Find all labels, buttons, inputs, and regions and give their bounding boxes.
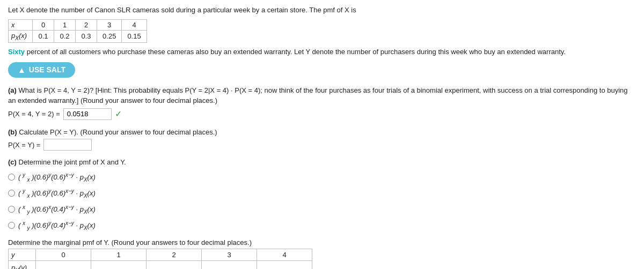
part-a: (a) What is P(X = 4, Y = 2)? [Hint: This… xyxy=(8,85,636,121)
pmf-x-1: 1 xyxy=(54,20,76,31)
part-b: (b) Calculate P(X = Y). (Round your answ… xyxy=(8,127,636,151)
pmf-val-4: 0.15 xyxy=(122,31,147,43)
marginal-table: y 0 1 2 3 4 pY(y) xyxy=(8,249,312,269)
marginal-val-4-input[interactable] xyxy=(266,263,303,269)
pmf-x-4: 4 xyxy=(122,20,147,31)
part-b-question: (b) Calculate P(X = Y). (Round your answ… xyxy=(8,127,636,138)
part-a-label: (a) xyxy=(8,86,17,94)
part-a-input[interactable] xyxy=(63,108,112,120)
option-1-text: ( y x )(0.6)y(0.6)x−y · pX(x) xyxy=(18,171,96,184)
part-b-input[interactable] xyxy=(43,139,92,151)
option-3[interactable]: ( x y )(0.6)x(0.4)x−y · pX(x) xyxy=(8,203,636,216)
marginal-input-4[interactable] xyxy=(257,260,312,269)
sixty-description: Sixty percent of all customers who purch… xyxy=(8,47,636,57)
marginal-val-2-input[interactable] xyxy=(155,263,193,269)
part-b-eq-label: P(X = Y) = xyxy=(8,140,40,151)
radio-4[interactable] xyxy=(8,222,15,229)
use-salt-button[interactable]: ▲ USE SALT xyxy=(8,62,75,78)
sixty-rest: percent of all customers who purchase th… xyxy=(27,48,566,56)
marginal-col-1: 1 xyxy=(91,249,147,260)
part-b-label: (b) xyxy=(8,128,17,136)
radio-2[interactable] xyxy=(8,190,15,197)
pmf-val-1: 0.2 xyxy=(54,31,76,43)
option-2[interactable]: ( y x )(0.6)y(0.6)x−y · pX(x) xyxy=(8,187,636,200)
marginal-input-1[interactable] xyxy=(91,260,147,269)
pmf-val-3: 0.25 xyxy=(97,31,122,43)
part-c-question: (c) Determine the joint pmf of X and Y. xyxy=(8,157,636,168)
pmf-x-3: 3 xyxy=(97,20,122,31)
option-4-text: ( x y )(0.6)y(0.4)x−y · pX(x) xyxy=(18,219,96,232)
intro-text: Let X denote the number of Canon SLR cam… xyxy=(8,5,636,15)
marginal-val-3-input[interactable] xyxy=(210,263,248,269)
pmf-val-0: 0.1 xyxy=(33,31,54,43)
marginal-val-0-input[interactable] xyxy=(45,263,82,269)
marginal-input-2[interactable] xyxy=(147,260,202,269)
option-3-text: ( x y )(0.6)x(0.4)x−y · pX(x) xyxy=(18,203,96,216)
pmf-x-2: 2 xyxy=(76,20,97,31)
use-salt-label: USE SALT xyxy=(29,65,65,74)
option-1[interactable]: ( y x )(0.6)y(0.6)x−y · pX(x) xyxy=(8,171,636,184)
marginal-col-4: 4 xyxy=(257,249,312,260)
pmf-px-label: pX(x) xyxy=(9,31,33,43)
radio-options: ( y x )(0.6)y(0.6)x−y · pX(x) ( y x )(0.… xyxy=(8,171,636,232)
marginal-col-2: 2 xyxy=(147,249,202,260)
option-2-text: ( y x )(0.6)y(0.6)x−y · pX(x) xyxy=(18,187,96,200)
option-4[interactable]: ( x y )(0.6)y(0.4)x−y · pX(x) xyxy=(8,219,636,232)
marginal-py-label: pY(y) xyxy=(9,260,36,269)
salt-icon: ▲ xyxy=(18,65,26,74)
marginal-y-header: y xyxy=(9,249,36,260)
part-a-answer-row: P(X = 4, Y = 2) = ✓ xyxy=(8,108,636,121)
part-a-question: (a) What is P(X = 4, Y = 2)? [Hint: This… xyxy=(8,85,636,106)
sixty-word: Sixty xyxy=(8,48,25,56)
marginal-label: Determine the marginal pmf of Y. (Round … xyxy=(8,238,636,246)
marginal-col-3: 3 xyxy=(202,249,257,260)
part-c-label: (c) xyxy=(8,158,17,166)
part-c: (c) Determine the joint pmf of X and Y. … xyxy=(8,157,636,231)
marginal-val-1-input[interactable] xyxy=(100,263,137,269)
pmf-x-0: 0 xyxy=(33,20,54,31)
part-a-check: ✓ xyxy=(115,108,122,121)
marginal-col-0: 0 xyxy=(36,249,91,260)
pmf-x-header: x xyxy=(9,20,33,31)
pmf-table: x 0 1 2 3 4 pX(x) 0.1 0.2 0.3 0.25 0.15 xyxy=(8,19,147,43)
marginal-input-3[interactable] xyxy=(202,260,257,269)
pmf-val-2: 0.3 xyxy=(76,31,97,43)
part-a-eq-label: P(X = 4, Y = 2) = xyxy=(8,109,60,119)
part-b-answer-row: P(X = Y) = xyxy=(8,139,636,151)
marginal-section: Determine the marginal pmf of Y. (Round … xyxy=(8,238,636,269)
marginal-input-0[interactable] xyxy=(36,260,91,269)
radio-3[interactable] xyxy=(8,206,15,213)
radio-1[interactable] xyxy=(8,174,15,181)
